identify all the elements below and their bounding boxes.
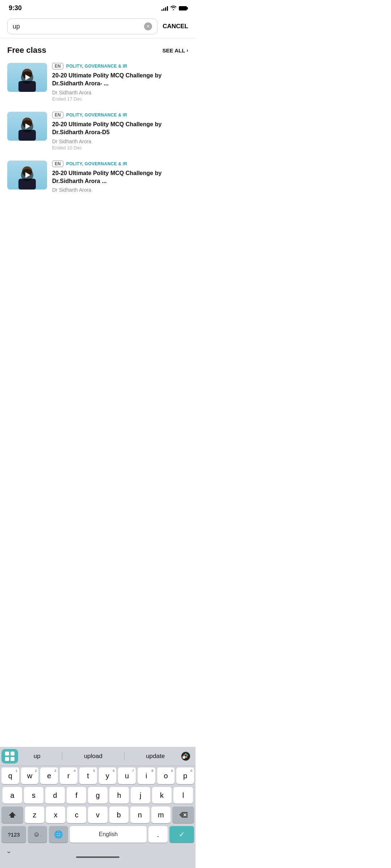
- category-label-1: POLITY, GOVERNANCE & IR: [66, 112, 127, 118]
- class-title-2: 20-20 Ultimate Polity MCQ Challenge by D…: [52, 169, 188, 186]
- see-all-label: SEE ALL: [163, 47, 185, 54]
- class-thumbnail-0: [7, 63, 47, 92]
- battery-icon: [179, 6, 187, 10]
- class-title-0: 20-20 Ultimate Polity MCQ Challenge by D…: [52, 72, 188, 88]
- clear-search-button[interactable]: ✕: [144, 22, 152, 30]
- status-icons: [161, 5, 187, 11]
- class-thumbnail-2: [7, 161, 47, 190]
- class-instructor-0: Dr Sidharth Arora: [52, 90, 188, 95]
- cancel-button[interactable]: CANCEL: [163, 23, 188, 30]
- class-item-2[interactable]: EN POLITY, GOVERNANCE & IR 20-20 Ultimat…: [0, 157, 196, 200]
- clear-icon: ✕: [146, 24, 150, 29]
- signal-icon: [161, 6, 168, 11]
- class-list: EN POLITY, GOVERNANCE & IR 20-20 Ultimat…: [0, 59, 196, 200]
- play-button-1[interactable]: [21, 120, 33, 132]
- class-instructor-1: Dr Sidharth Arora: [52, 139, 188, 144]
- see-all-button[interactable]: SEE ALL ›: [163, 47, 188, 54]
- class-title-1: 20-20 Ultimate Polity MCQ Challenge by D…: [52, 120, 188, 137]
- search-box[interactable]: ✕: [7, 18, 157, 34]
- play-button-0[interactable]: [21, 71, 33, 84]
- play-icon-1: [25, 123, 30, 129]
- class-tags-1: EN POLITY, GOVERNANCE & IR: [52, 112, 188, 118]
- class-instructor-2: Dr Sidharth Arora: [52, 187, 188, 193]
- class-info-2: EN POLITY, GOVERNANCE & IR 20-20 Ultimat…: [52, 161, 188, 194]
- chevron-right-icon: ›: [186, 47, 188, 53]
- class-tags-2: EN POLITY, GOVERNANCE & IR: [52, 161, 188, 167]
- status-time: 9:30: [9, 4, 22, 12]
- status-bar: 9:30: [0, 0, 196, 15]
- free-class-header: Free class SEE ALL ›: [0, 38, 196, 59]
- class-info-0: EN POLITY, GOVERNANCE & IR 20-20 Ultimat…: [52, 63, 188, 102]
- lang-badge-2: EN: [52, 161, 63, 167]
- class-thumbnail-1: [7, 112, 47, 141]
- class-item-1[interactable]: EN POLITY, GOVERNANCE & IR 20-20 Ultimat…: [0, 108, 196, 157]
- class-date-0: Ended 17 Dec: [52, 96, 188, 102]
- wifi-icon: [170, 5, 177, 11]
- category-label-0: POLITY, GOVERNANCE & IR: [66, 64, 127, 69]
- play-button-2[interactable]: [21, 169, 33, 181]
- section-title: Free class: [7, 46, 46, 55]
- category-label-2: POLITY, GOVERNANCE & IR: [66, 161, 127, 166]
- lang-badge-0: EN: [52, 63, 63, 69]
- class-item-0[interactable]: EN POLITY, GOVERNANCE & IR 20-20 Ultimat…: [0, 59, 196, 108]
- play-icon-2: [25, 172, 30, 178]
- lang-badge-1: EN: [52, 112, 63, 118]
- play-icon-0: [25, 75, 30, 80]
- search-input[interactable]: [13, 23, 144, 30]
- class-info-1: EN POLITY, GOVERNANCE & IR 20-20 Ultimat…: [52, 112, 188, 150]
- class-tags-0: EN POLITY, GOVERNANCE & IR: [52, 63, 188, 69]
- class-date-1: Ended 10 Dec: [52, 145, 188, 150]
- search-container: ✕ CANCEL: [0, 15, 196, 38]
